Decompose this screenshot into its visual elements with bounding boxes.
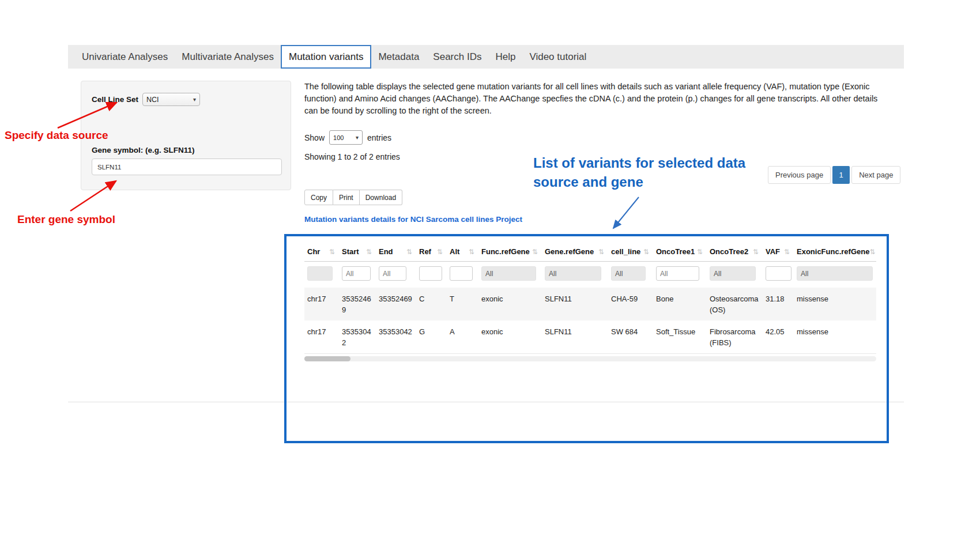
sort-icon: ⇅ (437, 248, 444, 256)
current-page-button[interactable]: 1 (832, 166, 850, 184)
header-content: cell_line⇅ (611, 247, 651, 256)
table-description-text: The following table displays the selecte… (304, 81, 878, 117)
download-button[interactable]: Download (360, 190, 402, 205)
header-label: OncoTree1 (656, 247, 695, 256)
pagination: Previous page 1 Next page (768, 166, 900, 184)
filter-exonicfunc-refgene[interactable]: All (797, 266, 873, 281)
tab-mutation-variants[interactable]: Mutation variants (281, 45, 371, 69)
col-header-cell-line[interactable]: cell_line⇅ (608, 242, 653, 262)
showing-entries-status: Showing 1 to 2 of 2 entries (304, 152, 400, 161)
table-cell: C (416, 288, 447, 320)
filter-gene-refgene[interactable]: All (545, 266, 601, 281)
tab-help[interactable]: Help (488, 45, 522, 69)
filter-chr[interactable] (307, 266, 333, 281)
sort-icon: ⇅ (598, 248, 606, 256)
annotation-specify-data-source: Specify data source (5, 129, 108, 142)
filter-vaf[interactable] (766, 266, 791, 281)
col-header-exonicfunc-refgene[interactable]: ExonicFunc.refGene⇅ (794, 242, 876, 262)
col-header-vaf[interactable]: VAF⇅ (763, 242, 794, 262)
col-header-ref[interactable]: Ref⇅ (416, 242, 447, 262)
header-label: Ref (419, 247, 431, 256)
sort-icon: ⇅ (643, 248, 651, 256)
header-content: OncoTree2⇅ (710, 247, 760, 256)
table-cell: 35352469 (376, 288, 416, 320)
table-cell: missense (794, 320, 876, 353)
gene-symbol-label-row: Gene symbol: (e.g. SLFN11) (92, 146, 195, 154)
header-content: VAF⇅ (766, 247, 791, 256)
tab-metadata[interactable]: Metadata (371, 45, 426, 69)
tab-video-tutorial[interactable]: Video tutorial (522, 45, 593, 69)
table-cell: 35352469 (339, 288, 376, 320)
sort-icon: ⇅ (753, 248, 760, 256)
filter-start[interactable] (342, 266, 371, 281)
table-cell: exonic (478, 288, 542, 320)
sort-icon: ⇅ (784, 248, 791, 256)
header-label: OncoTree2 (710, 247, 748, 256)
filter-func-refgene[interactable]: All (481, 266, 536, 281)
col-header-func-refgene[interactable]: Func.refGene⇅ (478, 242, 542, 262)
col-header-oncotree1[interactable]: OncoTree1⇅ (653, 242, 707, 262)
table-header-row: Chr⇅ Start⇅ End⇅ Ref⇅ Alt⇅ Func.refGene⇅… (304, 242, 876, 262)
header-label: ExonicFunc.refGene (797, 247, 869, 256)
header-content: Gene.refGene⇅ (545, 247, 606, 256)
table-cell: 42.05 (763, 320, 794, 353)
entries-label: entries (367, 133, 391, 142)
tab-multivariate-analyses[interactable]: Multivariate Analyses (175, 45, 281, 69)
top-navbar: Univariate Analyses Multivariate Analyse… (68, 45, 904, 69)
table-caption-link[interactable]: Mutation variants details for NCI Sarcom… (304, 215, 522, 224)
app-page: { "colors": { "annotation_red": "#e8100c… (0, 0, 980, 551)
col-header-oncotree2[interactable]: OncoTree2⇅ (707, 242, 763, 262)
filter-alt[interactable] (450, 266, 473, 281)
copy-button[interactable]: Copy (304, 190, 333, 205)
col-header-chr[interactable]: Chr⇅ (304, 242, 339, 262)
table-cell: SLFN11 (542, 288, 608, 320)
tab-univariate-analyses[interactable]: Univariate Analyses (75, 45, 175, 69)
gene-symbol-input[interactable] (92, 158, 282, 175)
header-label: End (379, 247, 393, 256)
col-header-start[interactable]: Start⇅ (339, 242, 376, 262)
tab-search-ids[interactable]: Search IDs (426, 45, 488, 69)
cell-line-set-row: Cell Line Set NCI ▾ (92, 93, 200, 106)
variants-note-arrow (613, 197, 639, 228)
horizontal-scrollbar-track[interactable] (304, 356, 876, 361)
table-cell: chr17 (304, 288, 339, 320)
col-header-end[interactable]: End⇅ (376, 242, 416, 262)
table-cell: exonic (478, 320, 542, 353)
header-label: Func.refGene (481, 247, 530, 256)
filter-oncotree2[interactable]: All (710, 266, 756, 281)
gene-symbol-label: Gene symbol: (e.g. SLFN11) (92, 146, 195, 154)
col-header-alt[interactable]: Alt⇅ (447, 242, 478, 262)
table-cell: SW 684 (608, 320, 653, 353)
horizontal-scrollbar-thumb[interactable] (304, 356, 350, 361)
mutation-variants-table: Chr⇅ Start⇅ End⇅ Ref⇅ Alt⇅ Func.refGene⇅… (304, 242, 876, 354)
header-content: Start⇅ (342, 247, 374, 256)
header-content: Alt⇅ (450, 247, 476, 256)
filter-cell-line[interactable]: All (611, 266, 646, 281)
header-content: Ref⇅ (419, 247, 444, 256)
entries-per-page-select[interactable]: 100 ▾ (329, 130, 363, 145)
table-cell: 35353042 (339, 320, 376, 353)
next-page-button[interactable]: Next page (851, 166, 900, 184)
table-cell: SLFN11 (542, 320, 608, 353)
header-content: Chr⇅ (307, 247, 337, 256)
entries-per-page-value: 100 (333, 134, 344, 141)
print-button[interactable]: Print (333, 190, 360, 205)
sidebar-panel: Cell Line Set NCI ▾ Gene symbol: (e.g. S… (81, 81, 291, 190)
col-header-gene-refgene[interactable]: Gene.refGene⇅ (542, 242, 608, 262)
table-cell: T (447, 288, 478, 320)
filter-oncotree1[interactable] (656, 266, 699, 281)
cell-line-set-select[interactable]: NCI ▾ (142, 93, 200, 106)
header-content: ExonicFunc.refGene⇅ (797, 247, 874, 256)
sort-icon: ⇅ (329, 248, 337, 256)
filter-end[interactable] (379, 266, 406, 281)
export-button-group: Copy Print Download (304, 190, 402, 205)
table-cell: 35353042 (376, 320, 416, 353)
annotation-variants-note: List of variants for selected data sourc… (533, 153, 770, 191)
table-cell: chr17 (304, 320, 339, 353)
header-content: Func.refGene⇅ (481, 247, 540, 256)
filter-ref[interactable] (419, 266, 442, 281)
table-cell: Bone (653, 288, 707, 320)
sort-icon: ⇅ (869, 248, 877, 256)
table-filter-row: All All All All All (304, 262, 876, 288)
previous-page-button[interactable]: Previous page (768, 166, 831, 184)
